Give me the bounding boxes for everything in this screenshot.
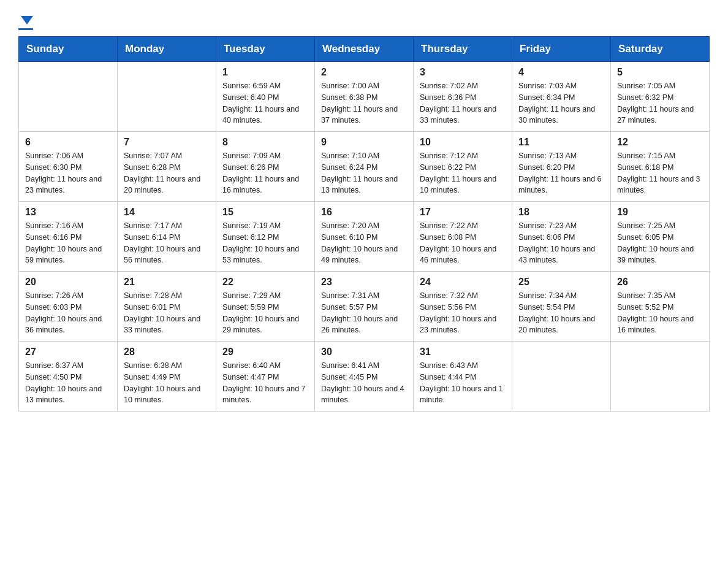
weekday-header-sunday: Sunday (19, 37, 118, 62)
calendar-cell: 2Sunrise: 7:00 AMSunset: 6:38 PMDaylight… (315, 62, 414, 132)
day-number: 9 (321, 137, 407, 148)
day-info: Sunrise: 7:00 AMSunset: 6:38 PMDaylight:… (321, 80, 407, 126)
weekday-header-wednesday: Wednesday (315, 37, 414, 62)
day-info: Sunrise: 7:03 AMSunset: 6:34 PMDaylight:… (518, 80, 604, 126)
day-info: Sunrise: 7:29 AMSunset: 5:59 PMDaylight:… (222, 290, 308, 336)
calendar-cell: 11Sunrise: 7:13 AMSunset: 6:20 PMDayligh… (512, 132, 611, 202)
calendar-cell: 10Sunrise: 7:12 AMSunset: 6:22 PMDayligh… (414, 132, 512, 202)
calendar-week-1: 1Sunrise: 6:59 AMSunset: 6:40 PMDaylight… (19, 62, 710, 132)
day-number: 1 (222, 67, 308, 78)
day-info: Sunrise: 7:31 AMSunset: 5:57 PMDaylight:… (321, 290, 407, 336)
weekday-header-monday: Monday (118, 37, 216, 62)
calendar-cell: 13Sunrise: 7:16 AMSunset: 6:16 PMDayligh… (19, 202, 118, 272)
calendar-cell: 8Sunrise: 7:09 AMSunset: 6:26 PMDaylight… (216, 132, 315, 202)
calendar-cell: 6Sunrise: 7:06 AMSunset: 6:30 PMDaylight… (19, 132, 118, 202)
calendar-cell: 16Sunrise: 7:20 AMSunset: 6:10 PMDayligh… (315, 202, 414, 272)
calendar-cell: 7Sunrise: 7:07 AMSunset: 6:28 PMDaylight… (118, 132, 216, 202)
day-info: Sunrise: 7:28 AMSunset: 6:01 PMDaylight:… (124, 290, 210, 336)
day-number: 21 (124, 277, 210, 288)
calendar-cell (118, 62, 216, 132)
day-number: 4 (518, 67, 604, 78)
day-number: 16 (321, 207, 407, 218)
day-info: Sunrise: 6:37 AMSunset: 4:50 PMDaylight:… (25, 360, 111, 406)
weekday-header-tuesday: Tuesday (216, 37, 315, 62)
day-info: Sunrise: 7:09 AMSunset: 6:26 PMDaylight:… (222, 150, 308, 196)
day-info: Sunrise: 6:38 AMSunset: 4:49 PMDaylight:… (124, 360, 210, 406)
calendar-cell: 30Sunrise: 6:41 AMSunset: 4:45 PMDayligh… (315, 342, 414, 412)
calendar-cell: 14Sunrise: 7:17 AMSunset: 6:14 PMDayligh… (118, 202, 216, 272)
weekday-header-thursday: Thursday (414, 37, 512, 62)
calendar-cell: 17Sunrise: 7:22 AMSunset: 6:08 PMDayligh… (414, 202, 512, 272)
weekday-header-friday: Friday (512, 37, 611, 62)
day-number: 10 (420, 137, 506, 148)
day-number: 22 (222, 277, 308, 288)
day-info: Sunrise: 7:34 AMSunset: 5:54 PMDaylight:… (518, 290, 604, 336)
calendar-cell: 25Sunrise: 7:34 AMSunset: 5:54 PMDayligh… (512, 272, 611, 342)
day-number: 12 (617, 137, 703, 148)
day-number: 18 (518, 207, 604, 218)
calendar-cell: 9Sunrise: 7:10 AMSunset: 6:24 PMDaylight… (315, 132, 414, 202)
day-number: 29 (222, 347, 308, 358)
day-info: Sunrise: 7:17 AMSunset: 6:14 PMDaylight:… (124, 220, 210, 266)
calendar-table: SundayMondayTuesdayWednesdayThursdayFrid… (18, 36, 710, 412)
day-number: 23 (321, 277, 407, 288)
day-info: Sunrise: 7:02 AMSunset: 6:36 PMDaylight:… (420, 80, 506, 126)
calendar-cell: 18Sunrise: 7:23 AMSunset: 6:06 PMDayligh… (512, 202, 611, 272)
calendar-header: SundayMondayTuesdayWednesdayThursdayFrid… (19, 37, 710, 62)
calendar-cell: 22Sunrise: 7:29 AMSunset: 5:59 PMDayligh… (216, 272, 315, 342)
logo-underline (18, 28, 33, 30)
calendar-cell (611, 342, 710, 412)
calendar-cell (19, 62, 118, 132)
day-number: 2 (321, 67, 407, 78)
weekday-header-row: SundayMondayTuesdayWednesdayThursdayFrid… (19, 37, 710, 62)
calendar-week-2: 6Sunrise: 7:06 AMSunset: 6:30 PMDaylight… (19, 132, 710, 202)
calendar-cell: 19Sunrise: 7:25 AMSunset: 6:05 PMDayligh… (611, 202, 710, 272)
calendar-cell: 21Sunrise: 7:28 AMSunset: 6:01 PMDayligh… (118, 272, 216, 342)
calendar-cell: 1Sunrise: 6:59 AMSunset: 6:40 PMDaylight… (216, 62, 315, 132)
calendar-cell: 29Sunrise: 6:40 AMSunset: 4:47 PMDayligh… (216, 342, 315, 412)
calendar-cell: 4Sunrise: 7:03 AMSunset: 6:34 PMDaylight… (512, 62, 611, 132)
calendar-cell: 15Sunrise: 7:19 AMSunset: 6:12 PMDayligh… (216, 202, 315, 272)
calendar-week-3: 13Sunrise: 7:16 AMSunset: 6:16 PMDayligh… (19, 202, 710, 272)
day-number: 17 (420, 207, 506, 218)
day-info: Sunrise: 7:07 AMSunset: 6:28 PMDaylight:… (124, 150, 210, 196)
day-number: 7 (124, 137, 210, 148)
calendar-cell: 26Sunrise: 7:35 AMSunset: 5:52 PMDayligh… (611, 272, 710, 342)
day-info: Sunrise: 6:40 AMSunset: 4:47 PMDaylight:… (222, 360, 308, 406)
logo-triangle-icon (21, 16, 33, 25)
day-info: Sunrise: 7:35 AMSunset: 5:52 PMDaylight:… (617, 290, 703, 336)
day-info: Sunrise: 6:43 AMSunset: 4:44 PMDaylight:… (420, 360, 506, 406)
day-number: 8 (222, 137, 308, 148)
calendar-cell: 27Sunrise: 6:37 AMSunset: 4:50 PMDayligh… (19, 342, 118, 412)
day-number: 20 (25, 277, 111, 288)
day-info: Sunrise: 7:19 AMSunset: 6:12 PMDaylight:… (222, 220, 308, 266)
day-number: 11 (518, 137, 604, 148)
day-number: 19 (617, 207, 703, 218)
day-info: Sunrise: 7:32 AMSunset: 5:56 PMDaylight:… (420, 290, 506, 336)
day-info: Sunrise: 7:26 AMSunset: 6:03 PMDaylight:… (25, 290, 111, 336)
day-info: Sunrise: 7:20 AMSunset: 6:10 PMDaylight:… (321, 220, 407, 266)
calendar-body: 1Sunrise: 6:59 AMSunset: 6:40 PMDaylight… (19, 62, 710, 412)
day-number: 25 (518, 277, 604, 288)
day-number: 6 (25, 137, 111, 148)
day-number: 27 (25, 347, 111, 358)
day-info: Sunrise: 7:10 AMSunset: 6:24 PMDaylight:… (321, 150, 407, 196)
day-number: 5 (617, 67, 703, 78)
day-number: 28 (124, 347, 210, 358)
day-info: Sunrise: 6:41 AMSunset: 4:45 PMDaylight:… (321, 360, 407, 406)
day-info: Sunrise: 7:25 AMSunset: 6:05 PMDaylight:… (617, 220, 703, 266)
day-info: Sunrise: 7:23 AMSunset: 6:06 PMDaylight:… (518, 220, 604, 266)
day-info: Sunrise: 7:12 AMSunset: 6:22 PMDaylight:… (420, 150, 506, 196)
day-number: 15 (222, 207, 308, 218)
calendar-week-5: 27Sunrise: 6:37 AMSunset: 4:50 PMDayligh… (19, 342, 710, 412)
calendar-cell: 31Sunrise: 6:43 AMSunset: 4:44 PMDayligh… (414, 342, 512, 412)
day-number: 14 (124, 207, 210, 218)
day-number: 3 (420, 67, 506, 78)
calendar-cell (512, 342, 611, 412)
calendar-cell: 12Sunrise: 7:15 AMSunset: 6:18 PMDayligh… (611, 132, 710, 202)
day-number: 13 (25, 207, 111, 218)
weekday-header-saturday: Saturday (611, 37, 710, 62)
day-info: Sunrise: 7:05 AMSunset: 6:32 PMDaylight:… (617, 80, 703, 126)
day-info: Sunrise: 6:59 AMSunset: 6:40 PMDaylight:… (222, 80, 308, 126)
calendar-week-4: 20Sunrise: 7:26 AMSunset: 6:03 PMDayligh… (19, 272, 710, 342)
